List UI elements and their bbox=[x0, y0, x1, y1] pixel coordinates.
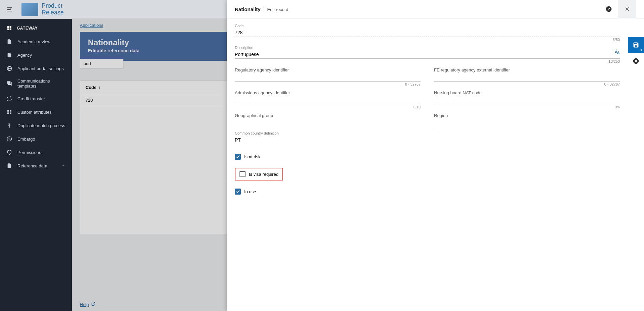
arrows-icon bbox=[6, 95, 13, 102]
field-region: Region bbox=[434, 113, 620, 127]
sidebar-item-communications[interactable]: Communications templates bbox=[0, 75, 72, 92]
gateway-icon bbox=[6, 25, 13, 32]
field-code: Code 3/50 bbox=[235, 24, 620, 42]
save-button[interactable]: ▼ bbox=[628, 37, 644, 53]
help-icon: ? bbox=[605, 6, 612, 12]
checkbox-checked-icon bbox=[235, 189, 241, 195]
sidebar-item-label: Credit transfer bbox=[17, 96, 45, 101]
sidebar-item-label: Applicant portal settings bbox=[17, 66, 64, 71]
svg-line-15 bbox=[8, 137, 11, 140]
sidebar-item-embargo[interactable]: Embargo bbox=[0, 132, 72, 146]
save-icon bbox=[633, 42, 639, 48]
svg-rect-9 bbox=[7, 110, 9, 112]
admissions-hint: 0/10 bbox=[235, 105, 421, 109]
sidebar-item-academic-review[interactable]: Academic review bbox=[0, 35, 72, 48]
fe-reg-agency-hint: 0 - 32767 bbox=[434, 82, 620, 86]
modal-title: Nationality bbox=[235, 6, 261, 12]
code-input[interactable] bbox=[235, 29, 620, 37]
field-reg-agency: Regulatory agency identifier 0 - 32767 bbox=[235, 67, 421, 86]
field-nursing: Nursing board NAT code 0/6 bbox=[434, 90, 620, 109]
checkbox-is-visa-required[interactable]: Is visa required bbox=[239, 171, 278, 177]
edit-record-panel: Nationality | Edit record ? Code 3/50 bbox=[227, 0, 644, 311]
sidebar-item-duplicate-match[interactable]: Duplicate match process bbox=[0, 119, 72, 132]
title-separator: | bbox=[263, 6, 265, 12]
globe-icon bbox=[6, 65, 13, 72]
geo-group-label: Geographical group bbox=[235, 113, 421, 118]
translate-button[interactable] bbox=[614, 49, 620, 56]
field-fe-reg-agency: FE regulatory agency external identifier… bbox=[434, 67, 620, 86]
code-label: Code bbox=[235, 24, 620, 28]
sidebar: GATEWAY Academic review Agency Applicant… bbox=[0, 19, 72, 311]
svg-rect-3 bbox=[7, 26, 9, 28]
svg-rect-5 bbox=[7, 29, 9, 30]
logo-area: Product Release bbox=[21, 3, 64, 16]
code-hint: 3/50 bbox=[235, 38, 620, 42]
geo-group-input[interactable] bbox=[235, 119, 421, 127]
block-icon bbox=[6, 136, 13, 142]
field-country-def: Common country definition bbox=[235, 131, 620, 144]
svg-rect-11 bbox=[7, 112, 9, 114]
logo-text: Product Release bbox=[42, 3, 64, 16]
menu-icon bbox=[6, 6, 13, 13]
description-hint: 10/250 bbox=[235, 59, 620, 63]
sidebar-item-label: Agency bbox=[17, 53, 32, 58]
chevron-down-icon bbox=[61, 163, 66, 169]
reg-agency-input[interactable] bbox=[235, 73, 421, 82]
sidebar-item-label: Duplicate match process bbox=[17, 123, 65, 128]
modal-header: Nationality | Edit record ? bbox=[227, 0, 644, 18]
document-icon bbox=[6, 52, 13, 58]
nursing-label: Nursing board NAT code bbox=[434, 90, 620, 95]
checkbox-checked-icon bbox=[235, 154, 241, 160]
help-button[interactable]: ? bbox=[600, 0, 618, 18]
checkbox-unchecked-icon bbox=[239, 171, 246, 177]
svg-rect-12 bbox=[10, 112, 11, 114]
in-use-label: In use bbox=[244, 189, 256, 194]
field-admissions: Admissions agency identifier 0/10 bbox=[235, 90, 421, 109]
chevron-down-icon: ▼ bbox=[640, 49, 643, 52]
sidebar-item-label: Communications templates bbox=[17, 79, 66, 89]
chat-icon bbox=[6, 80, 13, 87]
side-toolbar: ▼ bbox=[628, 18, 644, 311]
region-input[interactable] bbox=[434, 119, 620, 127]
description-label: Description bbox=[235, 46, 620, 50]
svg-point-13 bbox=[9, 123, 10, 124]
sidebar-item-label: Permissions bbox=[17, 150, 41, 155]
fe-reg-agency-input[interactable] bbox=[434, 73, 620, 82]
close-button[interactable] bbox=[618, 0, 636, 18]
svg-rect-10 bbox=[10, 110, 11, 112]
sidebar-item-label: Reference data bbox=[17, 163, 47, 168]
sidebar-item-label: Academic review bbox=[17, 39, 50, 44]
highlighted-field: Is visa required bbox=[235, 168, 283, 180]
document-icon bbox=[6, 38, 13, 45]
translate-icon bbox=[614, 49, 620, 55]
admissions-label: Admissions agency identifier bbox=[235, 90, 421, 95]
is-at-risk-label: Is at risk bbox=[244, 154, 260, 159]
logo-icon bbox=[21, 3, 38, 16]
checkbox-in-use[interactable]: In use bbox=[235, 189, 620, 195]
sidebar-item-reference-data[interactable]: Reference data bbox=[0, 159, 72, 172]
sidebar-item-applicant-portal[interactable]: Applicant portal settings bbox=[0, 62, 72, 75]
admissions-input[interactable] bbox=[235, 96, 421, 104]
sidebar-item-agency[interactable]: Agency bbox=[0, 48, 72, 62]
nursing-hint: 0/6 bbox=[434, 105, 620, 109]
person-icon bbox=[6, 122, 13, 129]
nursing-input[interactable] bbox=[434, 96, 620, 104]
field-description: Description 10/250 bbox=[235, 46, 620, 63]
svg-rect-4 bbox=[10, 26, 11, 28]
form-area: Code 3/50 Description 10/250 bbox=[227, 18, 628, 311]
grid-icon bbox=[6, 109, 13, 115]
checkbox-is-at-risk[interactable]: Is at risk bbox=[235, 154, 620, 160]
sidebar-item-label: Embargo bbox=[17, 137, 35, 142]
description-input[interactable] bbox=[235, 50, 620, 59]
sidebar-item-permissions[interactable]: Permissions bbox=[0, 146, 72, 159]
svg-text:?: ? bbox=[607, 7, 610, 11]
shield-icon bbox=[6, 149, 13, 156]
is-visa-required-label: Is visa required bbox=[249, 172, 278, 177]
sidebar-item-custom-attributes[interactable]: Custom attributes bbox=[0, 105, 72, 119]
document-icon bbox=[6, 162, 13, 169]
menu-toggle-button[interactable] bbox=[4, 4, 15, 15]
country-def-input[interactable] bbox=[235, 136, 620, 144]
sidebar-item-credit-transfer[interactable]: Credit transfer bbox=[0, 92, 72, 105]
cancel-button[interactable] bbox=[628, 54, 644, 68]
fe-reg-agency-label: FE regulatory agency external identifier bbox=[434, 67, 620, 72]
